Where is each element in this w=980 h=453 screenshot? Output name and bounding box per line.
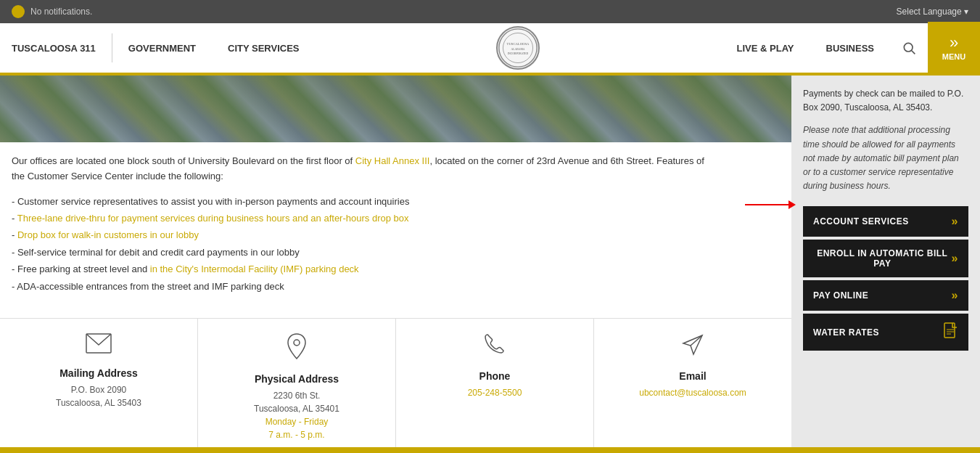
bullet-4: - Self-service terminal for debit and cr… — [12, 244, 707, 261]
menu-button[interactable]: » MENU — [928, 22, 980, 74]
info-cards: Mailing Address P.O. Box 2090 Tuscaloosa… — [0, 318, 791, 453]
menu-label: MENU — [942, 52, 965, 61]
send-icon — [681, 333, 704, 362]
svg-line-6 — [912, 51, 915, 54]
notification-bar: No notifications. Select Language ▾ — [0, 0, 980, 23]
content-area: Our offices are located one block south … — [0, 76, 791, 453]
card-email: Email ubcontact@tuscaloosa.com — [594, 319, 791, 453]
gold-bottom-bar — [0, 447, 980, 453]
sidebar-processing-note: Please note that additional processing t… — [803, 123, 968, 193]
nav-logo: TUSCALOOSA ALABAMA INCORPORATED — [316, 26, 721, 70]
text-content-block: Our offices are located one block south … — [0, 142, 718, 306]
language-selector[interactable]: Select Language ▾ — [897, 7, 968, 17]
physical-title: Physical Address — [255, 373, 339, 385]
bullet-3-link[interactable]: Drop box for walk-in customers in our lo… — [17, 229, 199, 240]
svg-point-5 — [904, 43, 913, 52]
menu-arrows-icon: » — [950, 35, 958, 51]
search-button[interactable] — [890, 22, 928, 74]
nav-tuscaloosa311[interactable]: TUSCALOOSA 311 — [0, 23, 112, 73]
intro-paragraph: Our offices are located one block south … — [12, 154, 707, 184]
hero-image — [0, 76, 791, 142]
account-services-arrows-icon: » — [952, 215, 958, 228]
enroll-autopay-button[interactable]: ENROLL IN AUTOMATIC BILL PAY » — [803, 240, 968, 277]
bullet-2-link[interactable]: Three-lane drive-thru for payment servic… — [17, 213, 409, 224]
svg-rect-10 — [944, 323, 955, 338]
red-arrow — [745, 200, 796, 209]
account-services-label: ACCOUNT SERVICES — [813, 216, 909, 226]
nav-business[interactable]: BUSINESS — [810, 23, 890, 73]
bullet-2: - Three-lane drive-thru for payment serv… — [12, 210, 707, 226]
physical-text: 2230 6th St. Tuscaloosa, AL 35401 Monday… — [254, 389, 339, 441]
phone-text: 205-248-5500 — [468, 386, 522, 399]
physical-line2: Tuscaloosa, AL 35401 — [254, 404, 339, 414]
mailing-line2: Tuscaloosa, AL 35403 — [56, 398, 141, 408]
email-title: Email — [679, 370, 706, 382]
phone-icon — [483, 333, 506, 362]
svg-line-9 — [691, 335, 702, 346]
bullet-6: - ADA-accessible entrances from the stre… — [12, 278, 707, 295]
bullet-5: - Free parking at street level and in th… — [12, 261, 707, 277]
physical-line4: 7 a.m. - 5 p.m. — [268, 430, 324, 440]
phone-number[interactable]: 205-248-5500 — [468, 388, 522, 398]
email-text: ubcontact@tuscaloosa.com — [639, 386, 746, 399]
svg-text:INCORPORATED: INCORPORATED — [508, 52, 529, 55]
card-phone: Phone 205-248-5500 — [396, 319, 594, 453]
physical-line3: Monday - Friday — [265, 417, 329, 427]
envelope-icon — [86, 333, 112, 359]
pay-online-button[interactable]: PAY ONLINE » — [803, 280, 968, 311]
pay-online-arrows-icon: » — [952, 289, 958, 302]
bullet-list: - Customer service representatives to as… — [12, 193, 707, 295]
svg-text:TUSCALOOSA: TUSCALOOSA — [507, 42, 530, 46]
water-rates-button[interactable]: WATER RATES — [803, 314, 968, 351]
bullet-1: - Customer service representatives to as… — [12, 193, 707, 210]
nav-live-play[interactable]: LIVE & PLAY — [721, 23, 810, 73]
svg-point-8 — [294, 340, 300, 346]
svg-text:ALABAMA: ALABAMA — [511, 48, 525, 51]
physical-line1: 2230 6th St. — [273, 391, 321, 401]
card-physical: Physical Address 2230 6th St. Tuscaloosa… — [198, 319, 396, 453]
pay-online-label: PAY ONLINE — [813, 290, 868, 301]
location-pin-icon — [287, 333, 307, 364]
hero-image-inner — [0, 76, 791, 142]
nav-government[interactable]: GOVERNMENT — [112, 23, 212, 73]
mailing-line1: P.O. Box 2090 — [71, 385, 127, 395]
notification-message: No notifications. — [30, 7, 92, 17]
phone-title: Phone — [479, 370, 511, 382]
navbar: TUSCALOOSA 311 GOVERNMENT CITY SERVICES … — [0, 23, 980, 76]
sidebar-mailing-note: Payments by check can be mailed to P.O. … — [803, 87, 968, 115]
bullet-5-link[interactable]: in the City's Intermodal Facility (IMF) … — [150, 264, 359, 274]
mailing-text: P.O. Box 2090 Tuscaloosa, AL 35403 — [56, 383, 141, 409]
account-services-button[interactable]: ACCOUNT SERVICES » — [803, 206, 968, 237]
water-rates-label: WATER RATES — [813, 327, 879, 338]
enroll-autopay-label: ENROLL IN AUTOMATIC BILL PAY — [813, 248, 952, 269]
pdf-icon — [944, 322, 958, 342]
nav-city-services[interactable]: CITY SERVICES — [212, 23, 316, 73]
notification-left: No notifications. — [12, 5, 92, 18]
enroll-autopay-arrows-icon: » — [952, 252, 958, 265]
main-wrapper: Our offices are located one block south … — [0, 76, 980, 453]
mailing-title: Mailing Address — [59, 367, 138, 379]
card-mailing: Mailing Address P.O. Box 2090 Tuscaloosa… — [0, 319, 198, 453]
notification-dot — [12, 5, 25, 18]
sidebar: Payments by check can be mailed to P.O. … — [791, 76, 980, 453]
city-seal: TUSCALOOSA ALABAMA INCORPORATED — [496, 26, 540, 70]
city-hall-link[interactable]: City Hall Annex III — [355, 155, 430, 166]
email-address[interactable]: ubcontact@tuscaloosa.com — [639, 388, 746, 398]
bullet-3: - Drop box for walk-in customers in our … — [12, 226, 707, 243]
